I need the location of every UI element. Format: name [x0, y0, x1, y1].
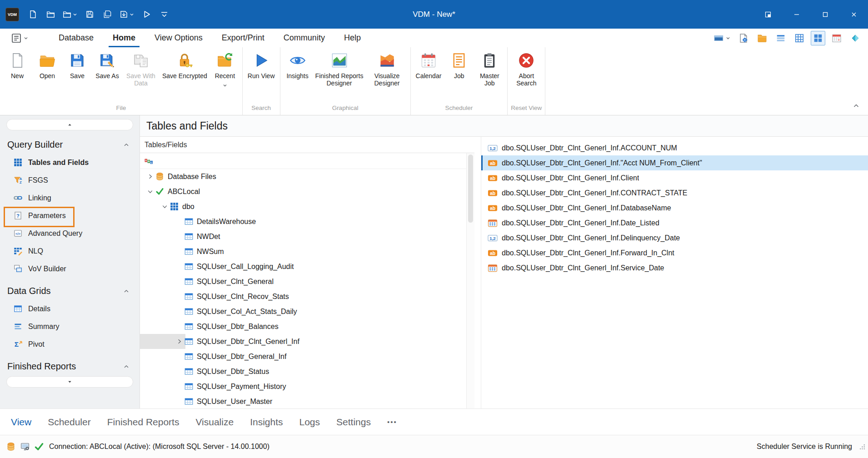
qat-open-button[interactable] [43, 7, 58, 22]
ribbon-collapse-button[interactable] [853, 102, 860, 111]
bottom-tab-logs[interactable]: Logs [291, 417, 329, 428]
tab-export-print[interactable]: Export/Print [212, 29, 274, 47]
abort-search-button[interactable]: Abort Search [510, 50, 543, 88]
tree-scrollbar[interactable] [466, 153, 474, 408]
close-button[interactable] [839, 0, 868, 29]
tab-home[interactable]: Home [103, 29, 145, 47]
sidebar-item-vov-builder[interactable]: VoV Builder [0, 260, 140, 278]
bottom-tab-overflow[interactable]: ••• [379, 418, 405, 426]
tree-row-detailswarehouse[interactable]: DetailsWarehouse [140, 214, 466, 229]
sidebar-item-tables-and-fields[interactable]: Tables and Fields [0, 154, 140, 171]
list-view-button[interactable] [773, 31, 788, 45]
collapse-toggle[interactable] [145, 187, 155, 196]
field-row[interactable]: abdbo.SQLUser_Dbtr_Clnt_Generl_Inf.CONTR… [481, 185, 868, 200]
tree-row-sqluser-dbtr-status[interactable]: SQLUser_Dbtr_Status [140, 364, 466, 379]
visualize-designer-button[interactable]: Visualize Designer [366, 50, 408, 88]
calendar-button[interactable]: Calendar [413, 50, 444, 80]
sidebar-item-linking[interactable]: Linking [0, 189, 140, 207]
bottom-tab-view[interactable]: View [3, 417, 40, 428]
bottom-tab-settings[interactable]: Settings [328, 417, 379, 428]
bottom-tab-visualize[interactable]: Visualize [187, 417, 242, 428]
sidebar-item-summary[interactable]: Summary [0, 318, 140, 335]
collapse-toggle[interactable] [160, 202, 169, 211]
save-as-button[interactable]: Save As [92, 50, 122, 80]
calendar-view-button[interactable] [829, 31, 844, 45]
section-header-finished-reports[interactable]: Finished Reports [0, 356, 140, 375]
report-settings-button[interactable] [736, 31, 751, 45]
large-grid-view-icon [813, 33, 823, 43]
section-header-query-builder[interactable]: Query Builder [0, 134, 140, 154]
sidebar-scroll-down-button[interactable] [6, 376, 133, 388]
dock-window-button[interactable] [753, 0, 782, 29]
field-row[interactable]: dbo.SQLUser_Dbtr_Clnt_Generl_Inf.Date_Li… [481, 215, 868, 230]
tree-row-sqluser-clnt-recov-stats[interactable]: SQLUser_Clnt_Recov_Stats [140, 289, 466, 304]
language-flag-select[interactable] [712, 31, 732, 45]
run-view-button[interactable]: Run View [245, 50, 278, 80]
tree-row-sqluser-call-logging-audit[interactable]: SQLUser_Call_Logging_Audit [140, 259, 466, 274]
tab-database[interactable]: Database [49, 29, 103, 47]
tree-row-sqluser-clnt-general[interactable]: SQLUser_Clnt_General [140, 274, 466, 289]
tab-help[interactable]: Help [334, 29, 370, 47]
qat-save-convert-button[interactable] [118, 7, 136, 22]
sidebar-item-nlq[interactable]: NLQ [0, 242, 140, 260]
save-button[interactable]: Save [62, 50, 92, 80]
insights-button[interactable]: Insights [283, 50, 313, 80]
sidebar-item-details[interactable]: Details [0, 300, 140, 318]
field-row[interactable]: abdbo.SQLUser_Dbtr_Clnt_Generl_Inf.Clien… [481, 170, 868, 185]
sidebar-item-pivot[interactable]: ΣPivot [0, 335, 140, 353]
open-button[interactable]: Open [32, 50, 62, 80]
tab-view-options[interactable]: View Options [145, 29, 212, 47]
tree-row-sqluser-payment-history[interactable]: SQLUser_Payment_History [140, 379, 466, 394]
finished-reports-designer-button[interactable]: Finished Reports Designer [313, 50, 366, 88]
bottom-tab-insights[interactable]: Insights [242, 417, 291, 428]
tree-row-nwsum[interactable]: NWSum [140, 244, 466, 259]
maximize-button[interactable] [811, 0, 839, 29]
tree-row-sqluser-dbtr-general-inf[interactable]: SQLUser_Dbtr_General_Inf [140, 349, 466, 364]
resize-grip[interactable] [859, 444, 865, 450]
master-job-button[interactable]: Master Job [474, 50, 505, 88]
clear-view-button[interactable] [848, 31, 863, 45]
qat-customize-button[interactable] [157, 7, 171, 22]
bottom-tab-finished-reports[interactable]: Finished Reports [99, 417, 188, 428]
tree-row-sqluser-dbtr-clnt-generl-inf[interactable]: SQLUser_Dbtr_Clnt_Generl_Inf [140, 334, 466, 349]
tree-row-database-files[interactable]: Database Files [140, 169, 466, 184]
app-menu-button[interactable] [9, 32, 30, 45]
tab-community[interactable]: Community [274, 29, 334, 47]
field-row[interactable]: abdbo.SQLUser_Dbtr_Clnt_Generl_Inf."Acct… [481, 155, 868, 170]
tree-toolbar-row[interactable]: ABC [140, 154, 466, 169]
recent-button[interactable]: Recent [210, 50, 240, 89]
save-encrypted-button[interactable]: Save Encrypted [160, 50, 210, 80]
expand-toggle[interactable] [145, 172, 155, 181]
sidebar-item-parameters[interactable]: ?Parameters [0, 207, 140, 224]
sidebar-item-advanced-query[interactable]: </>Advanced Query [0, 224, 140, 242]
minimize-button[interactable] [782, 0, 811, 29]
job-button[interactable]: Job [444, 50, 474, 80]
field-row[interactable]: abdbo.SQLUser_Dbtr_Clnt_Generl_Inf.Forwa… [481, 245, 868, 260]
small-grid-view-button[interactable] [792, 31, 807, 45]
qat-new-button[interactable] [25, 7, 40, 22]
tree-row-sqluser-user-master[interactable]: SQLUser_User_Master [140, 394, 466, 408]
tree-row-abclocal[interactable]: ABCLocal [140, 184, 466, 199]
sidebar-scroll-up-button[interactable] [6, 119, 133, 130]
tree-row-sqluser-col-act-stats-daily[interactable]: SQLUser_Col_Act_Stats_Daily [140, 304, 466, 319]
qat-save-all-button[interactable] [100, 7, 115, 22]
bottom-tab-scheduler[interactable]: Scheduler [40, 417, 99, 428]
tree-row-nwdet[interactable]: NWDet [140, 229, 466, 244]
open-folder-button[interactable] [755, 31, 769, 45]
expand-toggle[interactable] [175, 337, 184, 346]
section-header-data-grids[interactable]: Data Grids [0, 280, 140, 300]
new-button[interactable]: New [2, 50, 32, 80]
field-row[interactable]: abdbo.SQLUser_Dbtr_Clnt_Generl_Inf.Datab… [481, 200, 868, 215]
qat-open-with-button[interactable] [61, 7, 79, 22]
large-grid-view-button[interactable] [811, 31, 825, 45]
qat-run-button[interactable] [139, 7, 154, 22]
tree-row-sqluser-dbtr-balances[interactable]: SQLUser_Dbtr_Balances [140, 319, 466, 334]
field-row[interactable]: 1,2dbo.SQLUser_Dbtr_Clnt_Generl_Inf.Deli… [481, 230, 868, 245]
tree-row-dbo[interactable]: dbo [140, 199, 466, 214]
field-row[interactable]: 1,2dbo.SQLUser_Dbtr_Clnt_Generl_Inf.ACCO… [481, 140, 868, 155]
svg-text:B: B [148, 160, 150, 163]
field-row[interactable]: dbo.SQLUser_Dbtr_Clnt_Generl_Inf.Service… [481, 260, 868, 275]
qat-save-button[interactable] [82, 7, 97, 22]
scrollbar-thumb[interactable] [468, 154, 473, 223]
sidebar-item-fsgs[interactable]: AZFSGS [0, 171, 140, 189]
